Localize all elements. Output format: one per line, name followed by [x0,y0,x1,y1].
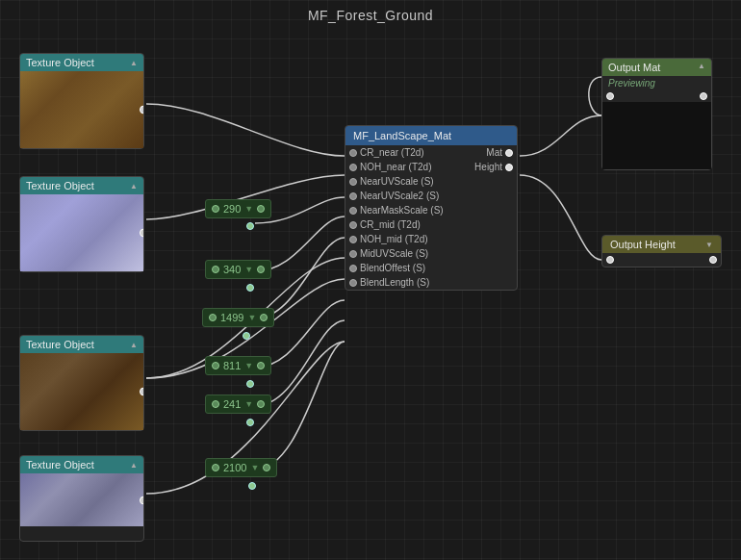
texture-node-3: Texture Object ▲ [19,335,144,431]
num-node-2100[interactable]: 2100 ▼ [205,458,277,477]
texture-node-1: Texture Object ▲ [19,53,144,149]
num-value-290: 290 [223,203,241,215]
num-node-290[interactable]: 290 ▼ [205,199,271,218]
num-pin-241-out [257,400,265,408]
texture-label-1: Texture Object [26,57,94,68]
main-row-nearmaskscale: NearMaskScale (S) [345,203,517,217]
pin-height-out [505,164,513,171]
texture-label-2: Texture Object [26,180,94,191]
main-row-crmid: CR_mid (T2d) [345,217,517,232]
num-pin-340-out [257,266,265,273]
output-mat-pin-right [700,92,707,100]
pin-crmid-in [349,221,357,229]
num-arrow-811[interactable]: ▼ [244,361,253,370]
output-mat-expand[interactable]: ▲ [698,62,705,70]
label-nohmid: NOH_mid (T2d) [360,234,428,244]
num-pin-811-out [257,362,265,369]
num-value-241: 241 [223,398,241,410]
output-mat-node: Output Mat ▲ Previewing [601,58,712,170]
texture-expand-1[interactable]: ▲ [130,59,138,67]
num-340-bottom-pin [246,284,254,292]
num-pin-1499-out [260,314,268,321]
num-value-2100: 2100 [223,462,246,473]
num-value-811: 811 [223,360,241,371]
output-mat-pins [602,90,711,102]
num-pin-241-in [212,400,219,408]
texture-output-pin-1[interactable] [140,106,143,115]
output-height-expand[interactable]: ▼ [705,241,713,249]
texture-output-pin-4[interactable] [140,496,143,504]
main-node-header: MF_LandScape_Mat [345,126,517,145]
output-height-header: Output Height ▼ [602,236,721,253]
texture-label-3: Texture Object [26,339,94,350]
output-height-label: Output Height [610,239,676,250]
texture-header-3: Texture Object ▲ [20,336,143,353]
num-811-bottom-pin [246,380,254,388]
main-row-blendoffest: BlendOffest (S) [345,261,517,275]
num-arrow-241[interactable]: ▼ [244,399,253,409]
num-arrow-340[interactable]: ▼ [244,265,253,274]
output-mat-label: Output Mat [608,62,660,73]
texture-node-2: Texture Object ▲ [19,176,144,272]
texture-output-pin-2[interactable] [140,229,143,238]
main-node-label: MF_LandScape_Mat [353,130,451,141]
label-nearmaskscale: NearMaskScale (S) [360,205,444,216]
label-blendlength: BlendLength (S) [360,277,429,288]
num-value-340: 340 [223,264,241,275]
label-blendoffest: BlendOffest (S) [360,263,425,273]
texture-expand-2[interactable]: ▲ [130,182,138,191]
output-height-pin-right [709,256,717,264]
num-pin-1499-in [209,314,217,321]
num-node-1499[interactable]: 1499 ▼ [202,308,274,327]
output-height-pin-left [606,256,614,264]
output-mat-preview [602,102,711,169]
main-row-noh-near: NOH_near (T2d) Height [345,160,517,174]
page-title: MF_Forest_Ground [0,0,741,29]
pin-cr-near-in [349,149,357,157]
texture-preview-3 [20,353,143,430]
num-node-241[interactable]: 241 ▼ [205,395,271,414]
label-mat-out: Mat [486,147,502,158]
pin-blendlength-in [349,279,357,287]
pin-noh-near-in [349,164,357,171]
label-cr-near: CR_near (T2d) [360,147,424,158]
texture-label-4: Texture Object [26,459,94,471]
main-row-cr-near: CR_near (T2d) Mat [345,145,517,160]
label-nearuvscale2: NearUVScale2 (S) [360,191,439,201]
label-crmid: CR_mid (T2d) [360,219,421,230]
texture-preview-4 [20,473,143,526]
num-arrow-1499[interactable]: ▼ [247,313,256,322]
num-value-1499: 1499 [220,312,243,323]
texture-header-2: Texture Object ▲ [20,177,143,194]
main-row-miduvscale: MidUVScale (S) [345,246,517,261]
main-node-body: CR_near (T2d) Mat NOH_near (T2d) Height … [345,145,517,290]
texture-expand-4[interactable]: ▲ [130,461,138,470]
num-node-340[interactable]: 340 ▼ [205,260,271,279]
num-290-bottom-pin [246,222,254,230]
num-2100-bottom-pin [248,482,256,490]
texture-preview-1 [20,71,143,148]
texture-header-1: Texture Object ▲ [20,54,143,71]
pin-nearuvscale2-in [349,192,357,200]
num-arrow-290[interactable]: ▼ [244,204,253,214]
pin-nohmid-in [349,236,357,243]
num-arrow-2100[interactable]: ▼ [250,463,259,472]
pin-nearmaskscale-in [349,207,357,215]
num-pin-290-out [257,205,265,213]
num-1499-bottom-pin [243,332,250,340]
output-height-pins [602,253,721,267]
label-miduvscale: MidUVScale (S) [360,248,428,259]
texture-node-4: Texture Object ▲ [19,455,144,542]
main-row-nohmid: NOH_mid (T2d) [345,232,517,246]
num-node-811[interactable]: 811 ▼ [205,356,271,375]
texture-expand-3[interactable]: ▲ [130,341,138,349]
label-nearuvscale: NearUVScale (S) [360,176,434,187]
num-241-bottom-pin [246,419,254,426]
output-height-node: Output Height ▼ [601,235,722,267]
texture-preview-2 [20,194,143,271]
pin-miduvscale-in [349,250,357,258]
texture-output-pin-3[interactable] [140,388,143,396]
output-mat-preview-text: Previewing [602,76,711,90]
label-height-out: Height [474,162,502,172]
texture-header-4: Texture Object ▲ [20,456,143,473]
